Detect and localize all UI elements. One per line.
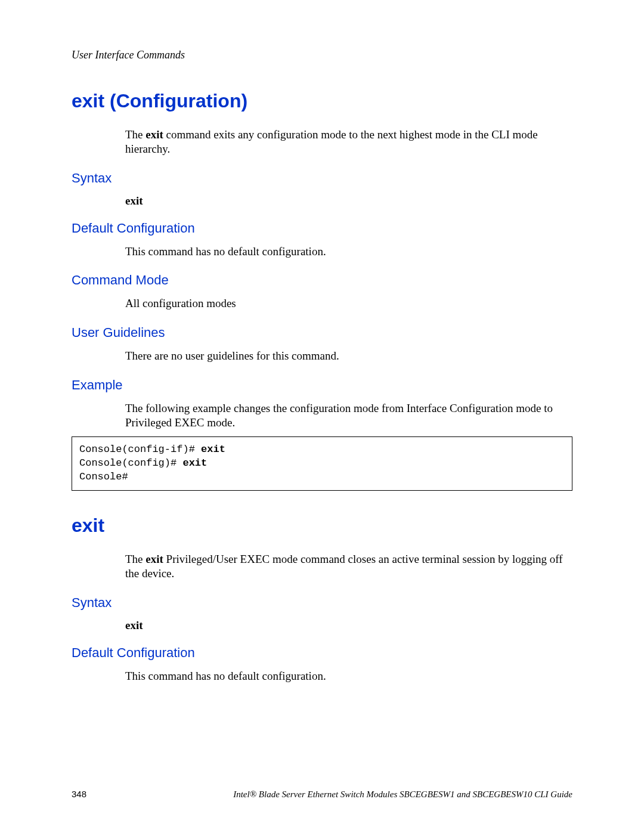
intro-text-bold: exit xyxy=(145,128,163,141)
default-config-body: This command has no default configuratio… xyxy=(125,244,572,259)
example-heading: Example xyxy=(72,377,572,393)
command-title-exit-configuration: exit (Configuration) xyxy=(72,90,572,112)
document-page: User Interface Commands exit (Configurat… xyxy=(0,0,644,833)
syntax-keyword-2: exit xyxy=(125,619,572,632)
user-guidelines-heading: User Guidelines xyxy=(72,325,572,340)
syntax-keyword: exit xyxy=(125,194,572,208)
code-prompt-1: Console(config-if)# xyxy=(79,444,201,455)
command-title-exit: exit xyxy=(72,515,572,537)
syntax-heading-2: Syntax xyxy=(72,595,572,611)
default-config-heading-2: Default Configuration xyxy=(72,645,572,661)
code-cmd-2: exit xyxy=(182,457,207,469)
page-footer: 348 Intel® Blade Server Ethernet Switch … xyxy=(72,789,572,800)
intro-text-post: command exits any configuration mode to … xyxy=(125,128,538,155)
default-config-body-2: This command has no default configuratio… xyxy=(125,669,572,683)
code-line-3: Console# xyxy=(79,471,128,482)
intro-paragraph: The exit command exits any configuration… xyxy=(125,128,572,156)
intro-paragraph-2: The exit Privileged/User EXEC mode comma… xyxy=(125,552,572,581)
guide-title: Intel® Blade Server Ethernet Switch Modu… xyxy=(233,789,572,800)
page-number: 348 xyxy=(72,789,86,799)
example-code-block: Console(config-if)# exit Console(config)… xyxy=(72,436,572,491)
syntax-heading: Syntax xyxy=(72,171,572,186)
example-body: The following example changes the config… xyxy=(125,401,572,430)
user-guidelines-body: There are no user guidelines for this co… xyxy=(125,349,572,363)
code-prompt-2: Console(config)# xyxy=(79,457,182,469)
intro-text-post-2: Privileged/User EXEC mode command closes… xyxy=(125,553,563,580)
default-config-heading: Default Configuration xyxy=(72,221,572,236)
command-mode-heading: Command Mode xyxy=(72,272,572,288)
intro-text-bold-2: exit xyxy=(145,553,163,565)
intro-text-pre: The xyxy=(125,128,145,141)
command-mode-body: All configuration modes xyxy=(125,296,572,311)
intro-text-pre-2: The xyxy=(125,553,145,565)
running-header: User Interface Commands xyxy=(72,49,572,61)
code-cmd-1: exit xyxy=(201,444,225,455)
